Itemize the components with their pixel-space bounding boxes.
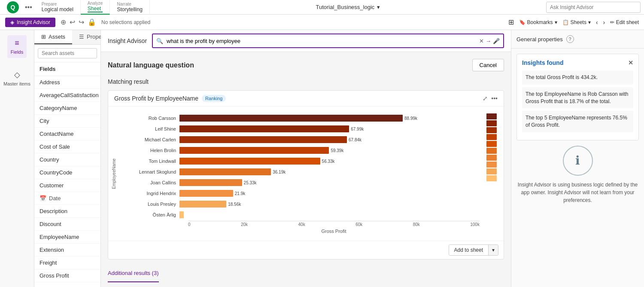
cancel-button[interactable]: Cancel [472, 59, 504, 71]
bar-value: 67.99k [351, 127, 364, 131]
field-item-address[interactable]: Address [34, 76, 100, 89]
field-item-avg-call[interactable]: AverageCallSatisfaction [34, 89, 100, 102]
expand-icon[interactable]: ⤢ [483, 95, 488, 102]
legend-bar [486, 175, 497, 181]
bar-container: 59.39k [179, 147, 480, 154]
add-to-sheet-button[interactable]: Add to sheet ▾ [449, 244, 498, 256]
bookmarks-button[interactable]: 🔖 Bookmarks ▾ [519, 19, 557, 25]
grid-icon[interactable]: ⊞ [508, 18, 514, 26]
tab-assets[interactable]: ⊞ Assets [34, 30, 72, 44]
insight-advisor-button[interactable]: ◈ Insight Advisor [5, 18, 55, 27]
bar-row: Leif Shine67.99k [124, 124, 480, 134]
bar-row: Tom Lindwall56.33k [124, 156, 480, 166]
lock-icon[interactable]: 🔒 [88, 18, 96, 26]
legend-bar [486, 162, 497, 168]
field-item-gross-profit[interactable]: Gross Profit [34, 269, 100, 282]
help-icon[interactable]: ? [566, 35, 574, 43]
bar-value: 59.39k [331, 148, 343, 153]
chart-legend [483, 110, 500, 237]
x-tick: 20k [241, 222, 248, 227]
x-tick: 40k [298, 222, 305, 227]
bar-row: Lennart Skoglund36.19k [124, 167, 480, 177]
additional-header: Additional results (3) [108, 266, 159, 282]
ranking-badge: Ranking [202, 95, 226, 102]
toolbar-tools: ⊕ ↩ ↪ 🔒 [61, 18, 96, 26]
nav-right [546, 2, 641, 13]
nav-dots-menu[interactable]: ••• [22, 3, 35, 11]
assets-icon: ⊞ [41, 34, 46, 40]
bar-value: 36.19k [273, 170, 286, 174]
bar-chart: Rob Carsson88.99kLeif Shine67.99kMichael… [120, 110, 483, 237]
field-item-employee[interactable]: EmployeeName [34, 231, 100, 244]
qlik-logo[interactable]: Q [3, 1, 22, 13]
nav-narrate[interactable]: Narrate Storytelling [110, 0, 149, 15]
fields-label: Fields [11, 49, 23, 55]
nl-header: Natural language question Cancel [108, 59, 504, 71]
bar-container: 88.99k [179, 115, 480, 122]
clear-icon[interactable]: ✕ [479, 38, 484, 44]
top-nav: Q ••• Prepare Logical model Analyze Shee… [0, 0, 644, 15]
add-to-sheet-arrow[interactable]: ▾ [488, 245, 498, 255]
legend-bar [486, 113, 497, 119]
toolbar-right: ⊞ 🔖 Bookmarks ▾ 📋 Sheets ▾ ‹ › ✏ Edit sh… [508, 18, 639, 26]
bar-value: 21.9k [235, 191, 245, 196]
nav-prev-icon[interactable]: ‹ [596, 19, 598, 26]
nl-title: Natural language question [108, 61, 194, 69]
bar-row: Louis Presley18.56k [124, 199, 480, 209]
bar-fill [179, 115, 403, 122]
bar-value: 56.33k [322, 159, 335, 164]
bar-fill [179, 168, 271, 175]
insights-close-icon[interactable]: ✕ [628, 59, 633, 66]
nav-prepare[interactable]: Prepare Logical model [35, 0, 81, 15]
sidebar-item-master-items[interactable]: ◇ Master items [0, 67, 34, 90]
nav-analyze[interactable]: Analyze Sheet [81, 0, 110, 15]
bar-label: Tom Lindwall [124, 159, 179, 164]
more-icon[interactable]: ••• [491, 95, 498, 102]
redo-icon[interactable]: ↪ [79, 18, 84, 26]
field-item-city[interactable]: City [34, 115, 100, 128]
nav-next-icon[interactable]: › [603, 19, 605, 26]
ia-search-bar: Insight Advisor 🔍 ✕ → 🎤 [101, 30, 511, 52]
bar-container: 67.99k [179, 125, 480, 132]
bar-label: Rob Carsson [124, 116, 179, 121]
info-circle-icon: ℹ [563, 146, 593, 176]
bar-fill [179, 179, 242, 186]
sidebar-item-fields[interactable]: ≡ Fields [7, 35, 27, 58]
legend-bar [486, 155, 497, 161]
fields-list: Address AverageCallSatisfaction Category… [34, 76, 100, 287]
ask-advisor-input[interactable] [546, 2, 641, 13]
smart-search-icon[interactable]: ⊕ [61, 18, 66, 26]
bar-value: 18.56k [228, 202, 241, 207]
title-chevron[interactable]: ▾ [377, 4, 380, 10]
mic-icon[interactable]: 🎤 [493, 38, 500, 44]
field-item-discount[interactable]: Discount [34, 218, 100, 231]
field-item-contact[interactable]: ContactName [34, 128, 100, 140]
pencil-icon[interactable]: ✏ Edit sheet [610, 19, 639, 25]
field-item-country[interactable]: Country [34, 153, 100, 166]
field-item-date[interactable]: 📅Date [34, 192, 100, 205]
master-items-icon: ◇ [14, 70, 20, 79]
sheets-button[interactable]: 📋 Sheets ▾ [562, 19, 591, 25]
field-item-category[interactable]: CategoryName [34, 102, 100, 115]
fields-panel-title: Fields [34, 62, 100, 76]
field-item-extension[interactable]: Extension [34, 244, 100, 256]
field-item-customer[interactable]: Customer [34, 179, 100, 192]
y-axis-label: EmployeeName [112, 110, 120, 237]
undo-icon[interactable]: ↩ [70, 18, 75, 26]
field-item-cost-of-sale[interactable]: Cost of Sale [34, 140, 100, 153]
legend-bar [486, 148, 497, 154]
field-item-description[interactable]: Description [34, 205, 100, 218]
bar-fill [179, 201, 226, 208]
ia-info-text: Insight Advisor is using business logic … [516, 181, 639, 204]
field-item-freight[interactable]: Freight [34, 256, 100, 269]
submit-icon[interactable]: → [486, 38, 491, 44]
bar-fill [179, 158, 320, 165]
right-panel-content: Insights found ✕ The total Gross Profit … [511, 49, 644, 287]
bar-row: Helen Brolin59.39k [124, 146, 480, 155]
chart-actions: ⤢ ••• [483, 95, 498, 102]
ia-search-input[interactable] [167, 38, 476, 44]
matching-result-label: Matching result [108, 78, 504, 85]
search-input[interactable] [38, 48, 97, 58]
ia-search-box[interactable]: 🔍 ✕ → 🎤 [152, 34, 504, 48]
field-item-country-code[interactable]: CountryCode [34, 166, 100, 179]
